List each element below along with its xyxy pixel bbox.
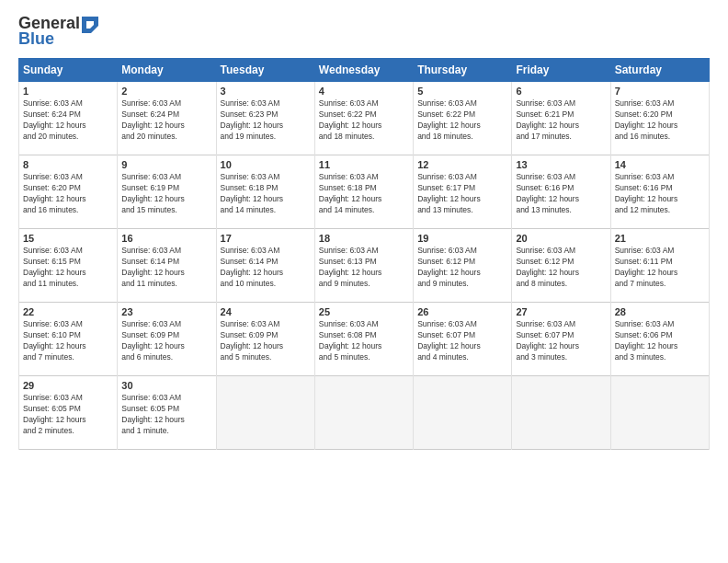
calendar-cell: 18Sunrise: 6:03 AMSunset: 6:13 PMDayligh… — [314, 229, 413, 303]
day-number: 18 — [319, 233, 409, 244]
calendar-cell: 1Sunrise: 6:03 AMSunset: 6:24 PMDaylight… — [19, 82, 118, 155]
day-number: 6 — [516, 86, 606, 97]
day-number: 13 — [516, 159, 606, 170]
day-number: 8 — [23, 159, 113, 170]
day-number: 19 — [417, 233, 507, 244]
col-sunday: Sunday — [19, 59, 118, 82]
day-number: 29 — [23, 380, 113, 391]
day-info: Sunrise: 6:03 AMSunset: 6:20 PMDaylight:… — [615, 98, 705, 143]
calendar-cell: 7Sunrise: 6:03 AMSunset: 6:20 PMDaylight… — [610, 82, 709, 155]
day-number: 1 — [23, 86, 113, 97]
day-info: Sunrise: 6:03 AMSunset: 6:14 PMDaylight:… — [221, 246, 311, 290]
day-number: 23 — [121, 306, 211, 317]
calendar-cell: 25Sunrise: 6:03 AMSunset: 6:08 PMDayligh… — [314, 303, 413, 376]
day-number: 12 — [417, 159, 507, 170]
day-info: Sunrise: 6:03 AMSunset: 6:21 PMDaylight:… — [516, 98, 606, 143]
day-info: Sunrise: 6:03 AMSunset: 6:08 PMDaylight:… — [319, 319, 409, 363]
day-number: 14 — [615, 159, 705, 170]
page: General Blue Sunday Monday Tuesday Wedne… — [0, 0, 728, 563]
calendar-cell: 21Sunrise: 6:03 AMSunset: 6:11 PMDayligh… — [610, 229, 709, 303]
day-info: Sunrise: 6:03 AMSunset: 6:10 PMDaylight:… — [23, 319, 113, 363]
logo: General Blue — [18, 14, 98, 49]
day-info: Sunrise: 6:03 AMSunset: 6:18 PMDaylight:… — [221, 172, 311, 216]
day-info: Sunrise: 6:03 AMSunset: 6:15 PMDaylight:… — [23, 246, 113, 290]
calendar-cell — [216, 376, 314, 450]
day-number: 26 — [417, 306, 507, 317]
day-info: Sunrise: 6:03 AMSunset: 6:19 PMDaylight:… — [121, 172, 211, 216]
calendar-cell: 23Sunrise: 6:03 AMSunset: 6:09 PMDayligh… — [118, 303, 216, 376]
day-info: Sunrise: 6:03 AMSunset: 6:05 PMDaylight:… — [23, 393, 113, 437]
day-number: 28 — [615, 306, 705, 317]
calendar-cell: 3Sunrise: 6:03 AMSunset: 6:23 PMDaylight… — [216, 82, 314, 155]
day-number: 16 — [121, 233, 211, 244]
calendar-cell: 20Sunrise: 6:03 AMSunset: 6:12 PMDayligh… — [512, 229, 610, 303]
day-info: Sunrise: 6:03 AMSunset: 6:13 PMDaylight:… — [319, 246, 409, 290]
day-number: 3 — [221, 86, 311, 97]
calendar-cell: 26Sunrise: 6:03 AMSunset: 6:07 PMDayligh… — [414, 303, 512, 376]
day-info: Sunrise: 6:03 AMSunset: 6:17 PMDaylight:… — [417, 172, 507, 216]
day-info: Sunrise: 6:03 AMSunset: 6:05 PMDaylight:… — [121, 393, 211, 437]
day-info: Sunrise: 6:03 AMSunset: 6:11 PMDaylight:… — [615, 246, 705, 290]
day-info: Sunrise: 6:03 AMSunset: 6:22 PMDaylight:… — [319, 98, 409, 143]
logo-blue: Blue — [18, 29, 54, 49]
day-number: 4 — [319, 86, 409, 97]
day-number: 17 — [221, 233, 311, 244]
day-info: Sunrise: 6:03 AMSunset: 6:22 PMDaylight:… — [417, 98, 507, 143]
col-wednesday: Wednesday — [314, 59, 413, 82]
day-info: Sunrise: 6:03 AMSunset: 6:18 PMDaylight:… — [319, 172, 409, 216]
col-saturday: Saturday — [610, 59, 709, 82]
calendar-cell: 22Sunrise: 6:03 AMSunset: 6:10 PMDayligh… — [19, 303, 118, 376]
day-number: 22 — [23, 306, 113, 317]
day-number: 9 — [121, 159, 211, 170]
day-info: Sunrise: 6:03 AMSunset: 6:20 PMDaylight:… — [23, 172, 113, 216]
calendar-header-row: Sunday Monday Tuesday Wednesday Thursday… — [19, 59, 710, 82]
day-info: Sunrise: 6:03 AMSunset: 6:14 PMDaylight:… — [121, 246, 211, 290]
calendar-week-row: 15Sunrise: 6:03 AMSunset: 6:15 PMDayligh… — [19, 229, 710, 303]
day-info: Sunrise: 6:03 AMSunset: 6:16 PMDaylight:… — [516, 172, 606, 216]
day-number: 30 — [121, 380, 211, 391]
logo-icon — [82, 17, 98, 33]
calendar-cell — [610, 376, 709, 450]
calendar-cell: 6Sunrise: 6:03 AMSunset: 6:21 PMDaylight… — [512, 82, 610, 155]
col-tuesday: Tuesday — [216, 59, 314, 82]
calendar-cell: 13Sunrise: 6:03 AMSunset: 6:16 PMDayligh… — [512, 155, 610, 229]
calendar-cell: 17Sunrise: 6:03 AMSunset: 6:14 PMDayligh… — [216, 229, 314, 303]
day-info: Sunrise: 6:03 AMSunset: 6:24 PMDaylight:… — [23, 98, 113, 143]
calendar-cell: 29Sunrise: 6:03 AMSunset: 6:05 PMDayligh… — [19, 376, 118, 450]
calendar-cell: 5Sunrise: 6:03 AMSunset: 6:22 PMDaylight… — [414, 82, 512, 155]
col-thursday: Thursday — [414, 59, 512, 82]
day-number: 24 — [221, 306, 311, 317]
calendar-cell: 4Sunrise: 6:03 AMSunset: 6:22 PMDaylight… — [314, 82, 413, 155]
calendar-table: Sunday Monday Tuesday Wednesday Thursday… — [18, 58, 710, 450]
calendar-cell: 28Sunrise: 6:03 AMSunset: 6:06 PMDayligh… — [610, 303, 709, 376]
calendar-cell: 19Sunrise: 6:03 AMSunset: 6:12 PMDayligh… — [414, 229, 512, 303]
calendar-week-row: 1Sunrise: 6:03 AMSunset: 6:24 PMDaylight… — [19, 82, 710, 155]
day-number: 10 — [221, 159, 311, 170]
day-number: 27 — [516, 306, 606, 317]
calendar-cell: 9Sunrise: 6:03 AMSunset: 6:19 PMDaylight… — [118, 155, 216, 229]
calendar-week-row: 8Sunrise: 6:03 AMSunset: 6:20 PMDaylight… — [19, 155, 710, 229]
day-info: Sunrise: 6:03 AMSunset: 6:23 PMDaylight:… — [221, 98, 311, 143]
calendar-cell: 12Sunrise: 6:03 AMSunset: 6:17 PMDayligh… — [414, 155, 512, 229]
calendar-cell: 16Sunrise: 6:03 AMSunset: 6:14 PMDayligh… — [118, 229, 216, 303]
calendar-week-row: 29Sunrise: 6:03 AMSunset: 6:05 PMDayligh… — [19, 376, 710, 450]
day-number: 5 — [417, 86, 507, 97]
calendar-cell — [314, 376, 413, 450]
day-number: 15 — [23, 233, 113, 244]
day-info: Sunrise: 6:03 AMSunset: 6:09 PMDaylight:… — [221, 319, 311, 363]
calendar-cell: 30Sunrise: 6:03 AMSunset: 6:05 PMDayligh… — [118, 376, 216, 450]
calendar-week-row: 22Sunrise: 6:03 AMSunset: 6:10 PMDayligh… — [19, 303, 710, 376]
header: General Blue — [18, 14, 710, 49]
calendar-cell: 10Sunrise: 6:03 AMSunset: 6:18 PMDayligh… — [216, 155, 314, 229]
day-number: 11 — [319, 159, 409, 170]
day-info: Sunrise: 6:03 AMSunset: 6:12 PMDaylight:… — [516, 246, 606, 290]
calendar-cell: 27Sunrise: 6:03 AMSunset: 6:07 PMDayligh… — [512, 303, 610, 376]
day-info: Sunrise: 6:03 AMSunset: 6:06 PMDaylight:… — [615, 319, 705, 363]
day-number: 2 — [121, 86, 211, 97]
calendar-cell: 8Sunrise: 6:03 AMSunset: 6:20 PMDaylight… — [19, 155, 118, 229]
calendar-cell: 11Sunrise: 6:03 AMSunset: 6:18 PMDayligh… — [314, 155, 413, 229]
col-friday: Friday — [512, 59, 610, 82]
day-info: Sunrise: 6:03 AMSunset: 6:24 PMDaylight:… — [121, 98, 211, 143]
calendar-cell: 2Sunrise: 6:03 AMSunset: 6:24 PMDaylight… — [118, 82, 216, 155]
calendar-cell — [414, 376, 512, 450]
